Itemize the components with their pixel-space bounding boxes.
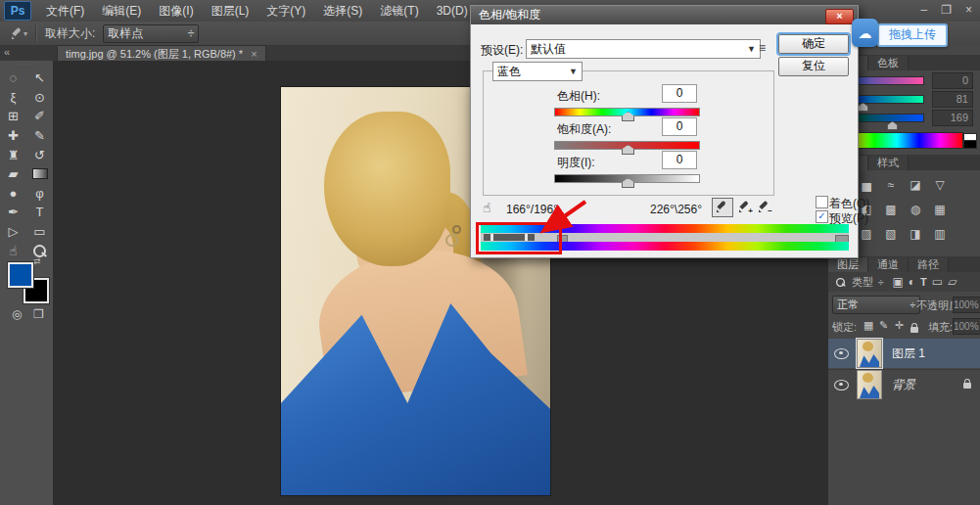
pen-tool-icon[interactable]: ✒ [2,203,25,222]
crop-tool-icon[interactable]: ⊞ [2,107,25,126]
lock-transparency-icon[interactable]: ▦ [863,319,873,332]
preset-select[interactable]: 默认值 ▼ [526,39,761,59]
hue-slider-thumb[interactable] [622,112,634,121]
reset-button[interactable]: 复位 [778,57,849,76]
lock-position-icon[interactable]: ✛ [895,319,904,332]
document-tab[interactable]: timg.jpg @ 51.2% (图层 1, RGB/8#) * × [57,45,266,62]
threshold-icon[interactable]: ▧ [881,227,901,242]
ok-button[interactable]: 确定 [778,34,849,54]
move-tool-icon[interactable]: ↖ [28,69,52,88]
blue-value[interactable]: 169 [932,110,973,126]
black-swatch[interactable] [963,140,977,149]
layer-thumbnail[interactable] [857,339,882,368]
opacity-value[interactable]: 100% [953,297,980,313]
lasso-tool-icon[interactable]: ξ [2,88,25,108]
filter-type-label[interactable]: 类型 [852,275,873,290]
blur-tool-icon[interactable]: ● [2,184,25,204]
layer-row-background[interactable]: 背景 [828,369,980,399]
photo-filter-icon[interactable]: ◍ [906,203,925,217]
gradient-map-icon[interactable]: ◨ [906,227,925,242]
tab-layers[interactable]: 图层 [828,257,868,272]
channel-select[interactable]: 蓝色 ▼ [492,62,583,81]
lightness-input[interactable]: 0 [662,151,697,169]
sample-size-select[interactable]: 取样点 ÷ [103,24,199,43]
tab-swatches[interactable]: 色板 [868,56,909,70]
stepper-icon[interactable]: ÷ [878,277,884,288]
filter-shape-icon[interactable]: ▭ [932,275,943,289]
filter-adjustment-icon[interactable]: ◐ [909,275,915,289]
elliptical-marquee-tool-icon[interactable]: ◌ [2,69,25,88]
visibility-eye-icon[interactable] [834,348,849,359]
lightness-slider[interactable] [554,174,700,183]
on-image-adjust-hand-icon[interactable]: ☝ [483,200,491,215]
quick-mask-icon[interactable]: ◎ [12,307,22,321]
type-tool-icon[interactable]: T [28,203,52,222]
restore-button[interactable]: ❐ [941,3,952,17]
black-white-icon[interactable]: ▩ [881,203,901,217]
eyedropper-subtract-button[interactable]: − [757,200,770,213]
healing-brush-tool-icon[interactable]: ✚ [2,126,25,146]
hue-input[interactable]: 0 [662,84,697,103]
colorize-checkbox[interactable] [816,196,828,208]
menu-filter[interactable]: 滤镜(T) [371,1,427,22]
menu-image[interactable]: 图像(I) [150,1,202,22]
tab-paths[interactable]: 路径 [909,257,949,272]
filter-smart-object-icon[interactable]: ▱ [948,275,957,289]
dialog-close-button[interactable]: × [825,9,854,24]
hand-tool-icon[interactable]: ☝ [2,241,25,260]
layer-name[interactable]: 背景 [892,377,915,393]
eyedropper-sample-button[interactable] [712,198,733,217]
lock-pixels-icon[interactable]: ✎ [879,319,888,332]
channel-mixer-icon[interactable]: ▦ [930,203,950,217]
dialog-title[interactable]: 色相/饱和度 [471,6,858,24]
close-button[interactable]: × [965,3,972,17]
tab-channels[interactable]: 通道 [868,257,909,272]
collapse-panels-icon[interactable]: « [4,46,10,58]
filter-search-icon[interactable] [836,277,845,286]
saturation-input[interactable]: 0 [662,117,697,136]
filter-pixel-icon[interactable]: ▣ [893,275,904,289]
eyedropper-tool-icon[interactable]: ✐ [28,107,52,126]
menu-file[interactable]: 文件(F) [37,1,93,22]
eraser-tool-icon[interactable]: ▰ [2,164,25,184]
layer-thumbnail[interactable] [857,370,882,399]
layer-row-1[interactable]: 图层 1 [828,339,980,368]
green-slider-thumb[interactable] [858,103,868,112]
menu-layer[interactable]: 图层(L) [203,1,258,22]
posterize-icon[interactable]: ▨ [857,227,876,242]
brush-tool-icon[interactable]: ✎ [28,126,52,146]
foreground-color-swatch[interactable] [8,262,33,288]
menu-edit[interactable]: 编辑(E) [93,1,150,22]
cloud-upload-icon[interactable]: ☁ [852,19,878,47]
red-value[interactable]: 0 [932,72,973,89]
menu-select[interactable]: 选择(S) [314,1,371,22]
toolbar-grip[interactable]: ······ [0,61,53,69]
levels-icon[interactable]: ▅ [857,178,876,193]
swap-colors-icon[interactable]: ⇄ [33,256,41,266]
vibrance-icon[interactable]: ▽ [930,178,950,193]
rectangle-tool-icon[interactable]: ▭ [28,222,52,242]
lock-all-icon[interactable] [910,322,918,336]
quick-selection-tool-icon[interactable]: ⊙ [28,88,52,108]
blend-mode-select[interactable]: 正常 ÷ [832,296,920,314]
saturation-slider[interactable] [554,141,700,150]
preset-menu-icon[interactable]: ≡ [759,41,766,55]
dodge-tool-icon[interactable]: φ [28,184,52,204]
menu-type[interactable]: 文字(Y) [257,1,314,22]
document-close-icon[interactable]: × [251,48,257,60]
blue-slider-thumb[interactable] [887,121,898,130]
curves-icon[interactable]: ≈ [881,178,901,193]
selective-color-icon[interactable]: ▥ [930,227,950,242]
minimize-button[interactable]: – [921,3,928,17]
filter-type-layer-icon[interactable]: T [920,276,927,288]
tool-preset-arrow-icon[interactable]: ▾ [23,29,27,38]
preview-checkbox[interactable]: ✓ [816,210,828,223]
history-brush-tool-icon[interactable]: ↺ [28,145,52,164]
lightness-slider-thumb[interactable] [622,178,634,188]
layer-name[interactable]: 图层 1 [892,345,925,362]
green-value[interactable]: 81 [932,91,973,108]
screen-mode-icon[interactable]: ❐ [33,307,44,321]
saturation-slider-thumb[interactable] [622,145,634,155]
eyedropper-add-button[interactable]: + [737,200,751,213]
eyedropper-tool-icon[interactable] [10,26,23,40]
